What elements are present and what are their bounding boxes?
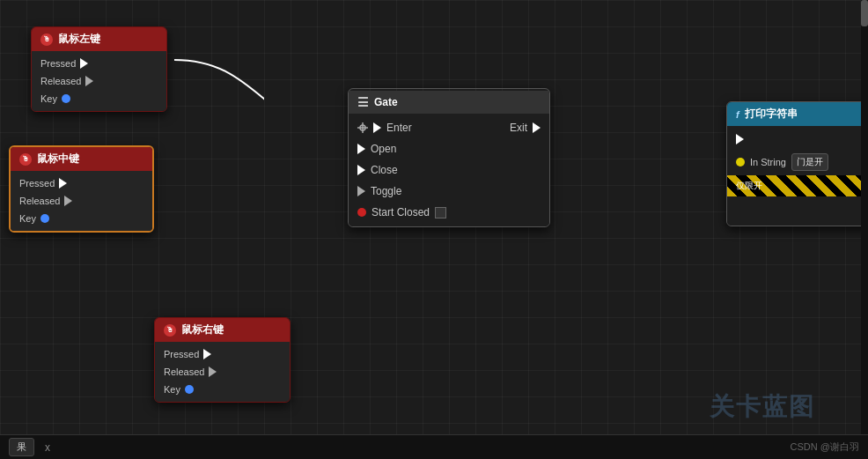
gate-start-closed-checkbox[interactable]	[435, 207, 446, 218]
gate-open-left: Open	[357, 143, 396, 155]
mouse-left-released-row: Released	[32, 72, 166, 90]
gate-open-row: Open	[349, 138, 549, 159]
gate-header-icon: ☰	[357, 95, 369, 109]
node-mouse-right-title: 鼠标右键	[181, 322, 224, 337]
gate-open-pin[interactable]	[357, 144, 365, 154]
credit-text: CSDN @谢白羽	[791, 440, 859, 454]
node-mouse-right: 🖱 鼠标右键 Pressed Released Key	[154, 317, 291, 403]
mouse-mid-pressed-label: Pressed	[19, 178, 55, 189]
gate-start-closed-label: Start Closed	[371, 206, 430, 218]
gate-enter-exec-pin[interactable]	[373, 122, 381, 133]
mouse-mid-key-row: Key	[11, 210, 152, 227]
gate-close-row: Close	[349, 159, 549, 181]
print-exec-in-pin[interactable]	[736, 134, 744, 144]
gate-toggle-label: Toggle	[371, 185, 401, 197]
mouse-left-pressed-row: Pressed	[32, 55, 166, 72]
gate-start-closed-left: Start Closed	[357, 206, 446, 218]
node-mouse-left-title: 鼠标左键	[58, 32, 100, 47]
mouse-right-pressed-row: Pressed	[155, 345, 290, 363]
mouse-mid-key-label: Key	[19, 213, 36, 224]
node-mouse-right-body: Pressed Released Key	[155, 342, 290, 402]
bottom-bar: 果 x CSDN @谢白羽	[0, 434, 868, 459]
node-gate-header: ☰ Gate	[349, 91, 549, 114]
mouse-left-released-label: Released	[40, 76, 81, 86]
mouse-mid-released-row: Released	[11, 192, 152, 210]
mouse-mid-released-pin[interactable]	[64, 196, 72, 206]
gate-close-left: Close	[357, 164, 398, 176]
gate-exit-pin[interactable]	[533, 122, 541, 133]
mouse-left-icon: 🖱	[40, 33, 53, 46]
mouse-right-pressed-label: Pressed	[164, 349, 199, 359]
mouse-mid-released-label: Released	[19, 196, 60, 206]
node-gate: ⊞ ☰ Gate Enter Exit	[348, 88, 550, 227]
mouse-right-pressed-pin[interactable]	[203, 349, 211, 359]
print-warning-text: 仅限开	[736, 180, 762, 192]
mouse-left-key-row: Key	[32, 90, 166, 107]
node-mouse-left-body: Pressed Released Key	[32, 51, 166, 111]
print-exec-in-row	[727, 130, 868, 149]
mouse-mid-icon: 🖱	[19, 153, 32, 166]
node-print-title: 打印字符串	[745, 107, 798, 122]
mouse-left-pressed-pin[interactable]	[80, 58, 88, 69]
gate-exit-right: Exit	[510, 122, 541, 134]
mouse-right-released-pin[interactable]	[209, 366, 217, 377]
gate-close-pin[interactable]	[357, 165, 365, 175]
mouse-left-key-pin[interactable]	[62, 94, 70, 103]
node-mouse-mid-header: 🖱 鼠标中键	[11, 147, 152, 171]
mouse-right-released-row: Released	[155, 363, 290, 381]
gate-enter-left: Enter	[357, 122, 412, 134]
node-mouse-mid-title: 鼠标中键	[37, 152, 79, 167]
gate-start-closed-pin[interactable]	[357, 208, 366, 217]
mouse-right-key-label: Key	[164, 384, 180, 395]
scrollbar-vertical[interactable]	[861, 0, 868, 459]
gate-toggle-pin[interactable]	[357, 186, 365, 196]
node-mouse-mid: 🖱 鼠标中键 Pressed Released Key	[9, 145, 154, 233]
node-mouse-left-header: 🖱 鼠标左键	[32, 27, 166, 51]
node-gate-body: Enter Exit Open Close Toggle	[349, 114, 549, 226]
print-in-string-row: In String 门是开	[727, 149, 868, 175]
mouse-right-icon: 🖱	[164, 324, 176, 337]
gate-enter-label: Enter	[386, 122, 412, 134]
mouse-right-key-row: Key	[155, 381, 290, 398]
gate-enter-icon	[357, 122, 368, 133]
gate-toggle-left: Toggle	[357, 185, 401, 197]
gate-start-closed-row: Start Closed	[349, 202, 549, 223]
print-expand-row: ∨	[727, 196, 868, 222]
print-warning-stripe: 仅限开	[727, 175, 868, 196]
mouse-mid-pressed-row: Pressed	[11, 174, 152, 192]
gate-close-label: Close	[371, 164, 398, 176]
mouse-mid-pressed-pin[interactable]	[59, 178, 67, 189]
print-in-string-value[interactable]: 门是开	[791, 153, 828, 171]
gate-open-label: Open	[371, 143, 396, 155]
mouse-left-released-pin[interactable]	[85, 76, 93, 86]
node-print-body: In String 门是开 仅限开 ∨	[727, 126, 868, 226]
node-mouse-mid-body: Pressed Released Key	[11, 171, 152, 231]
node-print-string: f 打印字符串 In String 门是开 仅限开 ∨	[726, 101, 868, 226]
mouse-left-pressed-label: Pressed	[40, 58, 76, 69]
print-in-string-label: In String	[750, 157, 786, 167]
print-in-string-pin[interactable]	[736, 158, 745, 167]
gate-enter-exit-row: Enter Exit	[349, 117, 549, 138]
mouse-mid-key-pin[interactable]	[40, 214, 49, 223]
gate-toggle-row: Toggle	[349, 181, 549, 202]
gate-exit-label: Exit	[510, 122, 527, 134]
bottom-close[interactable]: x	[45, 441, 50, 454]
node-mouse-left: 🖱 鼠标左键 Pressed Released Key	[31, 26, 167, 112]
node-gate-title: Gate	[374, 96, 398, 108]
node-mouse-right-header: 🖱 鼠标右键	[155, 318, 290, 342]
mouse-right-key-pin[interactable]	[185, 385, 194, 394]
mouse-left-key-label: Key	[40, 93, 57, 104]
scrollbar-thumb[interactable]	[861, 0, 868, 26]
print-func-icon: f	[736, 109, 739, 120]
bottom-tab[interactable]: 果	[9, 438, 34, 456]
mouse-right-released-label: Released	[164, 366, 204, 377]
node-print-header: f 打印字符串	[727, 102, 868, 126]
